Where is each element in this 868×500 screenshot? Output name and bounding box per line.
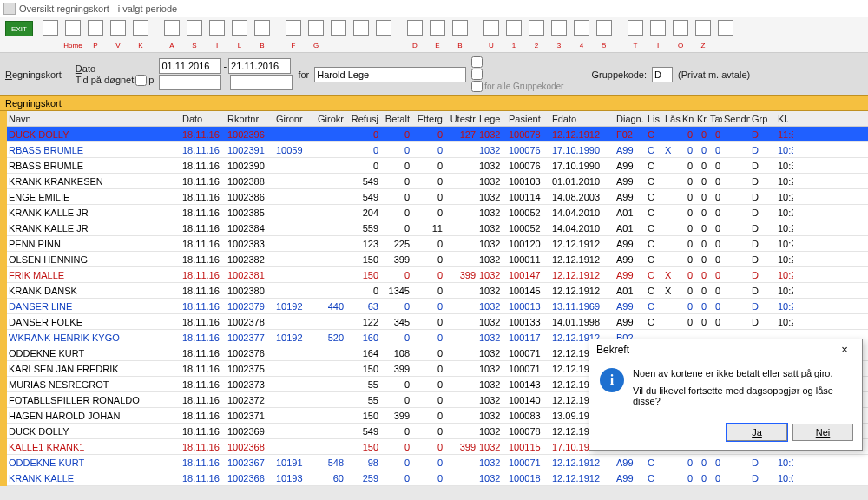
toolbar-button[interactable]: [328, 19, 349, 50]
no-button[interactable]: Nei: [792, 424, 853, 441]
table-row[interactable]: KRANK KALLE18.11.16100236610193602590010…: [7, 470, 868, 486]
toolbar-button[interactable]: S: [184, 19, 205, 50]
exit-button[interactable]: EXIT: [5, 21, 33, 36]
toolbar-button[interactable]: 1: [503, 19, 524, 50]
table-row[interactable]: RBASS BRUMLE18.11.1610023900001032100076…: [7, 158, 868, 174]
toolbar-icon: [88, 20, 103, 36]
toolbar-button[interactable]: V: [108, 19, 128, 50]
column-header[interactable]: Refusj: [345, 114, 380, 124]
toolbar-icon: [628, 20, 643, 36]
toolbar-icon: [506, 20, 522, 36]
dialog-line2: Vil du likevel fortsette med dagsoppgjør…: [633, 385, 852, 406]
column-header[interactable]: Betalt: [380, 114, 411, 124]
table-row[interactable]: DANSER LINE18.11.16100237910192440630010…: [7, 299, 868, 314]
chk-allgrp[interactable]: [471, 81, 483, 92]
column-header[interactable]: Lis: [646, 114, 663, 124]
column-header[interactable]: Kr: [694, 114, 708, 124]
table-row[interactable]: KRANK KALLE JR18.11.16100238455901110321…: [7, 220, 868, 236]
toolbar-button[interactable]: [351, 19, 372, 50]
column-header[interactable]: Fdato: [550, 114, 615, 124]
column-header[interactable]: Lege: [477, 114, 507, 124]
toolbar-button[interactable]: [40, 19, 61, 50]
app-icon: [3, 3, 16, 15]
yes-button[interactable]: Ja: [727, 424, 787, 441]
table-row[interactable]: PENN PINN18.11.1610023831232250103210012…: [7, 236, 868, 252]
titlebar: Oversikt regningskort - i valgt periode: [0, 0, 868, 17]
toolbar-button[interactable]: 4: [571, 19, 592, 50]
for-input[interactable]: [314, 67, 466, 82]
toolbar-icon: [353, 20, 369, 36]
toolbar-icon: [695, 20, 711, 36]
column-header[interactable]: Kl.: [776, 114, 793, 124]
toolbar-button[interactable]: B: [252, 19, 273, 50]
toolbar-button[interactable]: 5: [594, 19, 615, 50]
toolbar-button[interactable]: K: [130, 19, 151, 50]
toolbar-button[interactable]: I: [648, 19, 668, 50]
date-sep: -: [223, 61, 227, 71]
table-row[interactable]: RBASS BRUMLE18.11.1610023911005900010321…: [7, 142, 868, 158]
label-gruppekode: Gruppekode:: [591, 69, 647, 80]
table-row[interactable]: KRANK DANSK18.11.16100238001345010321001…: [7, 283, 868, 299]
date-from-input[interactable]: [159, 58, 221, 74]
column-header[interactable]: Taxi: [708, 114, 722, 124]
toolbar-button[interactable]: I: [207, 19, 227, 50]
column-header[interactable]: Dato: [181, 114, 226, 124]
toolbar-icon: [187, 20, 202, 36]
toolbar-button[interactable]: Home: [62, 19, 83, 50]
table-row[interactable]: KRANK KRANKESEN18.11.1610023885490010321…: [7, 174, 868, 189]
toolbar-button[interactable]: G: [306, 19, 326, 50]
toolbar-button[interactable]: B: [450, 19, 470, 50]
label-for: for: [298, 69, 309, 80]
toolbar-button[interactable]: P: [85, 19, 106, 50]
column-header[interactable]: Lås: [663, 114, 681, 124]
table-row[interactable]: KRANK KALLE JR18.11.16100238520400103210…: [7, 205, 868, 220]
toolbar-icon: [718, 20, 733, 36]
toolbar-button[interactable]: U: [481, 19, 502, 50]
column-header[interactable]: Grp: [750, 114, 776, 124]
time-from-input[interactable]: [159, 75, 221, 90]
toolbar-button[interactable]: [373, 19, 394, 50]
column-header[interactable]: Girokr: [314, 114, 345, 124]
toolbar-button[interactable]: D: [404, 19, 425, 50]
table-row[interactable]: DUCK DOLLY18.11.161002396000127103210007…: [7, 127, 868, 142]
toolbar-button[interactable]: 3: [549, 19, 569, 50]
toolbar-button[interactable]: L: [229, 19, 250, 50]
column-header[interactable]: Navn: [7, 114, 181, 124]
toolbar-icon: [331, 20, 346, 36]
toolbar: EXIT HomePVKASILBFGDEBU12345TIOZ: [0, 17, 868, 53]
toolbar-button[interactable]: F: [283, 19, 304, 50]
chk-opt2[interactable]: [471, 69, 483, 80]
date-to-input[interactable]: [228, 58, 291, 74]
chk-p[interactable]: [135, 75, 147, 86]
toolbar-button[interactable]: O: [670, 19, 691, 50]
column-header[interactable]: Etterg: [411, 114, 444, 124]
toolbar-button[interactable]: 2: [526, 19, 547, 50]
toolbar-icon: [574, 20, 589, 36]
column-header[interactable]: Diagn.: [615, 114, 646, 124]
table-row[interactable]: DANSER FOLKE18.11.1610023781223450103210…: [7, 314, 868, 330]
toolbar-button[interactable]: [715, 19, 736, 50]
toolbar-icon: [286, 20, 301, 36]
toolbar-button[interactable]: Z: [693, 19, 713, 50]
toolbar-icon: [407, 20, 423, 36]
gruppekode-input[interactable]: [652, 67, 673, 82]
table-row[interactable]: ENGE EMILIE18.11.16100238654900103210011…: [7, 189, 868, 205]
table-row[interactable]: OLSEN HENNING18.11.161002382150399010321…: [7, 252, 868, 267]
column-header[interactable]: Rkortnr: [226, 114, 274, 124]
close-icon[interactable]: ×: [834, 343, 855, 356]
table-row[interactable]: ODDEKNE KURT18.11.1610023671019154898001…: [7, 455, 868, 470]
toolbar-icon: [133, 20, 148, 36]
column-header[interactable]: Utestr: [444, 114, 477, 124]
toolbar-button[interactable]: E: [427, 19, 448, 50]
time-to-input[interactable]: [230, 75, 293, 90]
toolbar-button[interactable]: T: [625, 19, 646, 50]
toolbar-button[interactable]: A: [161, 19, 182, 50]
chk-opt1[interactable]: [471, 56, 483, 68]
column-header[interactable]: Gironr: [274, 114, 314, 124]
column-header[interactable]: Pasient: [507, 114, 550, 124]
table-row[interactable]: FRIK MALLE18.11.161002381150003991032100…: [7, 267, 868, 283]
toolbar-icon: [164, 20, 180, 36]
column-header[interactable]: Sendn: [722, 114, 750, 124]
column-header[interactable]: Kn: [681, 114, 694, 124]
toolbar-icon: [430, 20, 445, 36]
